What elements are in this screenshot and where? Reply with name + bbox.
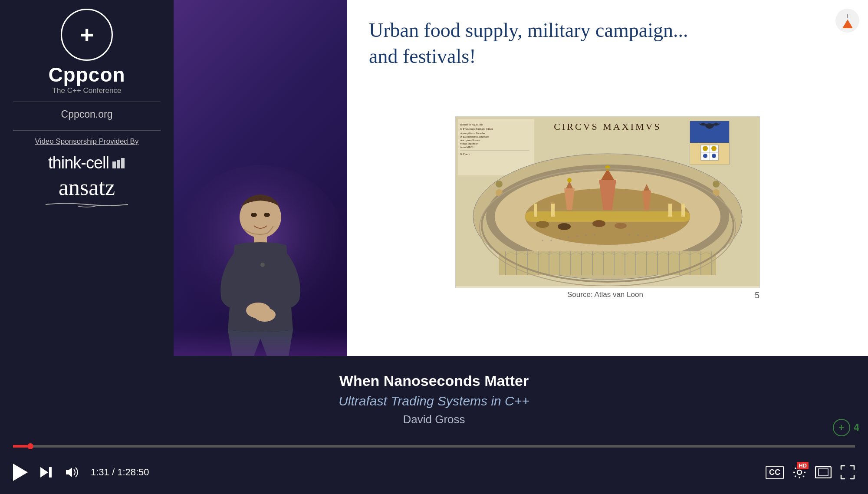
sponsor-logos: think-cell ansatz — [43, 154, 130, 209]
svg-point-70 — [663, 237, 665, 239]
svg-point-68 — [646, 235, 648, 237]
svg-point-69 — [654, 237, 656, 238]
svg-text:G. Flaero: G. Flaero — [460, 153, 470, 155]
svg-rect-1 — [117, 160, 120, 168]
ansatz-underline-decoration — [43, 200, 130, 209]
progress-indicator — [27, 443, 33, 449]
svg-point-30 — [712, 154, 716, 158]
svg-rect-46 — [668, 204, 672, 217]
play-button[interactable] — [13, 464, 28, 481]
svg-point-55 — [536, 221, 549, 228]
svg-text:CIRCVS MAXIMVS: CIRCVS MAXIMVS — [554, 121, 661, 132]
cc-button[interactable]: CC — [766, 466, 784, 479]
svg-rect-0 — [112, 161, 116, 168]
skip-next-button[interactable] — [39, 464, 54, 480]
info-icon: i — [847, 13, 848, 20]
svg-point-51 — [713, 181, 720, 188]
bottom-bar: When Nanoseconds Matter Ultrafast Tradin… — [0, 356, 868, 443]
svg-marker-73 — [66, 468, 72, 477]
svg-text:descriptum Romae: descriptum Romae — [460, 139, 480, 142]
circus-maximus-svg: CIRCVS MAXIMVS Iubilaeus Agatillus O Fra… — [456, 117, 760, 286]
time-display: 1:31 / 1:28:50 — [91, 467, 149, 478]
website-label[interactable]: Cppcon.org — [61, 109, 113, 120]
svg-text:O Francisco Barbaro Cinci: O Francisco Barbaro Cinci — [460, 127, 493, 131]
divider-2 — [13, 130, 161, 131]
ansatz-logo-area: ansatz — [43, 175, 130, 209]
svg-point-67 — [637, 234, 639, 236]
settings-area: HD — [792, 465, 806, 479]
speaker-name: David Gross — [403, 413, 465, 426]
image-footer: Source: Atlas van Loon 5 — [456, 290, 760, 300]
svg-rect-52 — [499, 251, 716, 275]
svg-point-49 — [496, 181, 503, 188]
svg-text:in qua sumptibus a Barnabo: in qua sumptibus a Barnabo — [460, 135, 489, 138]
cppcon-subtitle: The C++ Conference — [53, 86, 122, 95]
svg-point-66 — [628, 234, 630, 236]
play-icon — [13, 464, 28, 481]
svg-point-9 — [251, 213, 257, 217]
controls-left: 1:31 / 1:28:50 — [13, 464, 149, 481]
svg-rect-44 — [534, 204, 537, 217]
svg-point-59 — [542, 240, 543, 241]
theater-icon — [815, 466, 832, 478]
svg-point-29 — [703, 154, 707, 158]
talk-title: When Nanoseconds Matter — [339, 372, 529, 389]
image-source: Source: Atlas van Loon — [567, 290, 643, 300]
ansatz-logo: ansatz — [59, 175, 115, 200]
video-controls[interactable]: 1:31 / 1:28:50 CC HD — [0, 443, 868, 494]
svg-rect-2 — [121, 158, 125, 168]
slide-image-container: CIRCVS MAXIMVS Iubilaeus Agatillus O Fra… — [369, 78, 846, 339]
slide-area: i Urban food supply, military campaign..… — [347, 0, 868, 356]
hd-badge: HD — [797, 462, 809, 469]
svg-text:Mense Septembr: Mense Septembr — [460, 142, 478, 145]
cppcon-logo-circle: + — [61, 9, 113, 61]
alert-triangle-icon — [842, 20, 853, 28]
svg-point-74 — [797, 470, 802, 474]
svg-point-58 — [615, 223, 627, 229]
svg-point-62 — [568, 237, 569, 238]
fullscreen-icon — [840, 465, 855, 480]
fullscreen-button[interactable] — [840, 465, 855, 480]
volume-icon — [65, 466, 80, 479]
theater-mode-button[interactable] — [815, 466, 832, 478]
svg-rect-45 — [551, 204, 555, 217]
speaker-figure — [174, 165, 347, 356]
svg-point-41 — [567, 178, 572, 182]
svg-text:Anno MDCL: Anno MDCL — [460, 146, 474, 148]
sponsorship-label: Video Sponsorship Provided By — [35, 137, 139, 146]
svg-point-27 — [703, 146, 708, 151]
svg-point-61 — [559, 237, 561, 239]
svg-rect-47 — [681, 204, 685, 217]
progress-fill — [13, 445, 27, 448]
svg-point-60 — [550, 240, 552, 241]
cppcon-name: Cppcon — [48, 63, 125, 86]
volume-button[interactable] — [65, 466, 80, 479]
svg-point-7 — [254, 308, 276, 322]
talk-subtitle: Ultrafast Trading Systems in C++ — [339, 394, 529, 408]
think-cell-icon — [112, 158, 125, 168]
svg-rect-35 — [525, 211, 690, 222]
cc-label: CC — [766, 466, 784, 479]
logo-area: + Cppcon The C++ Conference — [13, 9, 161, 95]
svg-point-65 — [594, 234, 595, 236]
svg-rect-75 — [815, 467, 831, 478]
svg-point-63 — [576, 235, 578, 237]
alert-icon-container[interactable]: i — [835, 9, 859, 33]
slide-title: Urban food supply, military campaign... … — [369, 17, 846, 69]
svg-point-56 — [558, 223, 571, 230]
cppcon-watermark: + 4 — [833, 419, 859, 436]
sidebar: + Cppcon The C++ Conference Cppcon.org V… — [0, 0, 174, 356]
svg-point-10 — [264, 213, 270, 217]
controls-row: 1:31 / 1:28:50 CC HD — [13, 453, 855, 492]
think-cell-logo: think-cell — [48, 154, 125, 172]
svg-text:ut sumptibus a Barnabo: ut sumptibus a Barnabo — [460, 132, 485, 135]
speaker-video — [174, 0, 347, 356]
svg-rect-76 — [819, 469, 828, 476]
circus-maximus-image: CIRCVS MAXIMVS Iubilaeus Agatillus O Fra… — [455, 116, 760, 288]
slide-number: 5 — [755, 290, 760, 300]
progress-bar[interactable] — [13, 445, 855, 448]
controls-right: CC HD — [766, 465, 855, 480]
divider-1 — [13, 102, 161, 102]
svg-point-8 — [260, 263, 265, 267]
svg-point-28 — [711, 146, 717, 151]
